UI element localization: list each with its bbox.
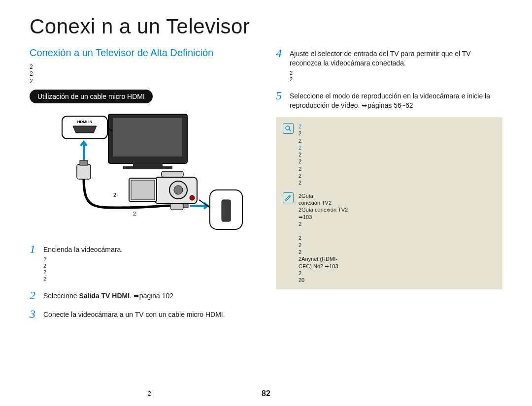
svg-rect-3 [123, 166, 172, 169]
step2-suffix: . ➥página 102 [130, 292, 173, 300]
step-text: Seleccione el modo de reproducción en la… [290, 90, 502, 110]
note-q-hl1: 2 [299, 124, 301, 129]
section-subtitle: Conexión a un Televisor de Alta Definici… [30, 47, 256, 59]
svg-rect-2 [133, 163, 163, 166]
hdmi-in-label: HDMI IN [77, 120, 93, 124]
step-text: Seleccione Salida TV HDMI. ➥página 102 [43, 289, 256, 301]
note-q-body: 2 2 2 2 2 2 2 2 2 [299, 123, 496, 187]
page-number: 82 [262, 389, 270, 398]
svg-rect-1 [113, 118, 182, 156]
svg-rect-9 [183, 204, 188, 208]
step2-bold: Salida TV HDMI [79, 292, 130, 300]
step-text: Conecte la videocámara a un TV con un ca… [43, 308, 256, 319]
note-pencil-row: 2Guía conexión TV2 2Guía conexión TV2 ➥1… [283, 192, 496, 284]
step-text: Encienda la videocámara. 2 2 2 2 [43, 243, 256, 282]
note-q-text1: 2 2 [299, 130, 496, 144]
cable-label-a: 2 [113, 192, 116, 198]
step4-sub: 2 2 [290, 70, 502, 83]
connection-diagram: HDMI IN 2 2 [30, 109, 256, 237]
step-4: 4 Ajuste el selector de entrada del TV p… [276, 47, 502, 83]
svg-rect-18 [222, 200, 231, 221]
step-5: 5 Seleccione el modo de reproducción en … [276, 90, 502, 110]
step-number: 1 [30, 243, 38, 255]
step1-text: Encienda la videocámara. [43, 246, 123, 253]
svg-line-21 [289, 129, 291, 131]
svg-rect-12 [131, 180, 155, 200]
step-number: 2 [30, 289, 38, 301]
micro-hdmi-pill: Utilización de un cable micro HDMI [30, 90, 153, 103]
svg-point-14 [174, 186, 183, 194]
step2-prefix: Seleccione [43, 292, 79, 300]
step-number: 5 [276, 90, 285, 101]
pencil-icon [283, 192, 294, 203]
svg-point-20 [286, 126, 290, 130]
diagram-svg: HDMI IN 2 2 [30, 109, 256, 237]
step1-sub: 2 2 2 2 [43, 256, 256, 282]
svg-rect-7 [80, 160, 88, 165]
footer-marker: 2 [148, 390, 151, 397]
step-3: 3 Conecte la videocámara a un TV con un … [30, 308, 256, 320]
magnifier-icon [283, 123, 294, 134]
step4-text: Ajuste el selector de entrada del TV par… [290, 50, 471, 67]
note-q-hl2: 2 [299, 145, 301, 151]
cable-label-b: 2 [133, 211, 136, 217]
step-text: Ajuste el selector de entrada del TV par… [290, 47, 502, 83]
note-q-row: 2 2 2 2 2 2 2 2 2 [283, 123, 496, 187]
page-title: Conexi n a un Televisor [30, 15, 502, 38]
step-number: 4 [276, 47, 285, 59]
info-note-box: 2 2 2 2 2 2 2 2 2 2Guía conexión TV2 2Gu… [276, 117, 502, 290]
svg-point-15 [190, 195, 195, 200]
svg-rect-6 [77, 164, 91, 179]
left-column: Conexión a un Televisor de Alta Definici… [30, 47, 256, 327]
step-2: 2 Seleccione Salida TV HDMI. ➥página 102 [30, 289, 256, 301]
content-columns: Conexión a un Televisor de Alta Definici… [30, 47, 502, 327]
step-1: 1 Encienda la videocámara. 2 2 2 2 [30, 243, 256, 282]
intro-placeholder: 2 2 2 [30, 63, 256, 85]
note-pencil-body: 2Guía conexión TV2 2Guía conexión TV2 ➥1… [299, 192, 496, 284]
note-q-text2: 2 2 2 2 2 [299, 151, 496, 186]
right-column: 4 Ajuste el selector de entrada del TV p… [276, 47, 502, 327]
step-number: 3 [30, 308, 38, 320]
svg-rect-16 [162, 171, 183, 177]
